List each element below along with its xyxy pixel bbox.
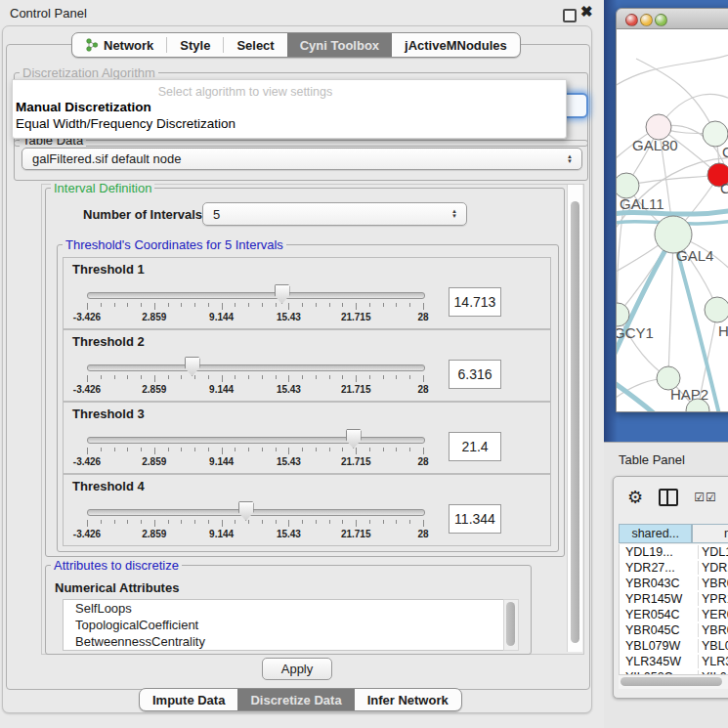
threshold-slider-track[interactable] [87,364,425,371]
slider-tick-label: 15.43 [277,384,301,395]
settings-vscrollbar-thumb[interactable] [571,201,579,643]
threshold-slider-track[interactable] [87,509,425,516]
tab-label: Cyni Toolbox [300,38,379,53]
slider-tick-mark [235,520,236,524]
network-node-label[interactable]: G [722,144,728,160]
table-row[interactable]: YBR043CYBR0 [620,576,728,591]
attributes-list-scrollbar[interactable] [503,599,519,651]
network-canvas[interactable]: GAL80GCGAL11GAL4GCY1HHAP2 [617,29,728,411]
table-row[interactable]: YLR345WYLR3 [620,654,728,669]
slider-tick-mark [114,375,115,379]
table-cell: YBR0 [698,577,728,590]
network-node-label[interactable]: C [720,180,728,196]
bottom-tab-impute-data[interactable]: Impute Data [140,689,237,710]
minimize-traffic-light-icon[interactable] [640,14,653,26]
slider-tick-label: 28 [417,456,428,467]
threshold-slider-track[interactable] [87,292,425,299]
column-header-shared-[interactable]: shared... [619,524,692,543]
table-cell: YPR145W [620,592,698,606]
table-row[interactable]: YER054CYER0 [620,607,728,622]
threshold-slider-thumb[interactable] [238,501,254,521]
slider-tick-mark [423,448,424,454]
network-node-node-right-h[interactable] [705,297,728,322]
tab-jactivemnodules[interactable]: jActiveMNodules [392,33,520,57]
settings-vscrollbar[interactable] [567,185,582,652]
slider-tick-mark [329,520,330,524]
apply-button[interactable]: Apply [262,658,332,680]
network-node-label[interactable]: GCY1 [617,324,654,341]
tab-select[interactable]: Select [224,33,286,57]
threshold-slider-thumb[interactable] [185,357,200,376]
threshold-slider-thumb[interactable] [346,429,362,449]
slider-tick-mark [369,448,370,451]
split-columns-icon[interactable] [659,489,678,506]
numerical-attributes-list[interactable]: SelfLoopsTopologicalCoefficientBetweenne… [63,599,504,651]
slider-tick-mark [342,303,343,307]
float-window-icon[interactable] [563,9,577,22]
network-node-label[interactable]: GAL80 [632,137,678,153]
algorithm-option-equal-width-frequency-discretization[interactable]: Equal Width/Frequency Discretization [16,116,236,131]
table-hscrollbar-thumb[interactable] [621,677,722,686]
table-row[interactable]: YDL19...YDL1 [620,544,728,560]
threshold-slider-thumb[interactable] [275,284,290,304]
attributes-group-label: Attributes to discretize [51,558,182,573]
slider-tick-mark [383,303,384,307]
network-thick-edge [617,236,673,366]
network-node-label[interactable]: GAL11 [620,195,664,212]
tab-cyni-toolbox[interactable]: Cyni Toolbox [287,33,392,57]
network-graph: GAL80GCGAL11GAL4GCY1HHAP2 [617,29,728,412]
threshold-label: Threshold 4 [72,479,145,493]
bottom-tab-infer-network[interactable]: Infer Network [355,689,461,710]
algorithm-option-manual-discretization[interactable]: Manual Discretization [16,100,151,114]
settings-gear-icon[interactable]: ⚙ [627,489,643,506]
threshold-value-field[interactable]: 21.4 [449,432,501,461]
table-cell: YDR2 [698,561,728,575]
close-icon[interactable]: ✖ [580,3,593,21]
threshold-label: Threshold 2 [72,334,145,349]
slider-tick-label: 9.144 [209,384,234,395]
table-row[interactable]: YPR145WYPR1 [620,591,728,607]
slider-tick-mark [409,520,410,524]
slider-tick-mark [181,303,182,307]
table-panel-toolbar: ⚙ ☑☑ [614,477,728,518]
attribute-item-selfloops[interactable]: SelfLoops [64,600,503,617]
attribute-item-betweennesscentrality[interactable]: BetweennessCentrality [64,633,503,650]
table-panel-header: Table Panel [604,442,728,477]
tab-style[interactable]: Style [167,33,223,57]
attribute-item-topologicalcoefficient[interactable]: TopologicalCoefficient [64,617,503,633]
zoom-traffic-light-icon[interactable] [655,14,667,26]
table-row[interactable]: YBL079WYBL0 [620,638,728,654]
network-window-titlebar[interactable] [617,9,728,29]
network-view-window[interactable]: GAL80GCGAL11GAL4GCY1HHAP2 [616,8,728,412]
column-checkboxes-icon[interactable]: ☑☑ [694,491,717,504]
slider-tick-mark [114,303,115,307]
table-hscrollbar[interactable] [619,674,728,689]
slider-tick-mark [302,375,303,379]
number-of-intervals-combo[interactable]: 5 ▲▼ [202,202,467,226]
slider-tick-label: 9.144 [209,312,234,322]
table-data-combo[interactable]: galFiltered.sif default node ▲▼ [21,148,582,170]
column-header-na[interactable]: na [692,524,728,543]
slider-tick-mark [141,520,142,524]
slider-tick-mark [396,520,397,524]
table-row[interactable]: YDR27...YDR2 [620,560,728,576]
threshold-value-field[interactable]: 14.713 [449,287,501,317]
slider-tick-mark [194,303,195,307]
network-node-label[interactable]: GAL4 [676,247,713,264]
attributes-list-scrollbar-thumb[interactable] [506,602,515,646]
tab-label: Network [104,38,153,53]
table-cell: YDL1 [698,545,728,559]
tab-network[interactable]: Network [72,33,166,57]
slider-tick-mark [127,303,128,307]
threshold-slider-track[interactable] [87,437,425,444]
network-node-label[interactable]: H [718,322,728,339]
close-traffic-light-icon[interactable] [625,14,638,26]
threshold-value-field[interactable]: 11.344 [449,504,501,534]
slider-tick-mark [409,375,410,379]
slider-tick-mark [168,303,169,307]
bottom-tab-discretize-data[interactable]: Discretize Data [237,689,354,710]
algorithm-dropdown-popup: Select algorithm to view settings Manual… [12,79,567,139]
network-node-label[interactable]: HAP2 [670,386,708,403]
threshold-value-field[interactable]: 6.316 [449,360,501,389]
table-row[interactable]: YBR045CYBR0 [620,622,728,638]
